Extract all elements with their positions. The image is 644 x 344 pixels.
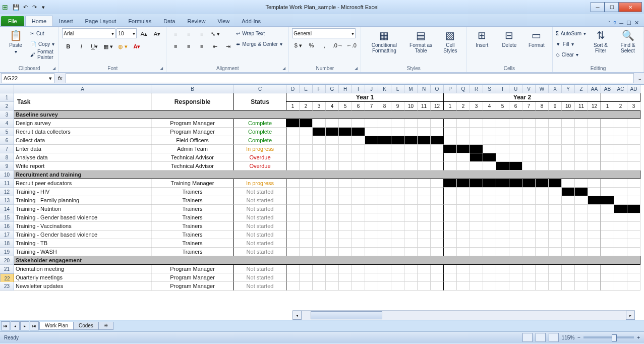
gantt-cell[interactable]	[522, 265, 536, 273]
bold-button[interactable]: B	[62, 41, 74, 52]
zoom-level[interactable]: 115%	[562, 335, 575, 340]
gantt-cell[interactable]	[549, 213, 562, 222]
responsible-cell[interactable]: Training Manager	[151, 179, 234, 188]
gantt-cell[interactable]	[627, 231, 640, 239]
gantt-cell[interactable]	[352, 136, 365, 145]
gantt-cell[interactable]	[313, 222, 326, 231]
gantt-cell[interactable]	[444, 213, 457, 222]
gantt-cell[interactable]	[418, 205, 431, 213]
gantt-cell[interactable]	[536, 128, 549, 136]
column-header[interactable]: F	[313, 85, 326, 93]
gantt-cell[interactable]	[352, 231, 365, 239]
column-header[interactable]: J	[365, 85, 378, 93]
task-cell[interactable]: Design survey	[14, 119, 151, 128]
gantt-cell[interactable]	[549, 153, 562, 162]
gantt-cell[interactable]	[378, 162, 391, 170]
task-cell[interactable]: Training - Gender based violence	[14, 213, 151, 222]
gantt-cell[interactable]	[562, 205, 575, 213]
gantt-cell[interactable]	[627, 128, 640, 136]
gantt-cell[interactable]	[483, 248, 496, 256]
row-header[interactable]: 9	[0, 162, 14, 170]
task-cell[interactable]: Recruit peer educators	[14, 179, 151, 188]
gantt-cell[interactable]	[575, 153, 588, 162]
row-header[interactable]: 12	[0, 188, 14, 196]
gantt-cell[interactable]	[365, 145, 378, 153]
gantt-cell[interactable]	[522, 273, 536, 282]
gantt-cell[interactable]	[496, 265, 509, 273]
gantt-cell[interactable]	[588, 136, 601, 145]
gantt-cell[interactable]	[391, 248, 404, 256]
gantt-cell[interactable]	[483, 273, 496, 282]
gantt-cell[interactable]	[575, 222, 588, 231]
gantt-cell[interactable]	[562, 162, 575, 170]
align-middle-button[interactable]: ≡	[183, 28, 195, 39]
gantt-cell[interactable]	[536, 231, 549, 239]
task-cell[interactable]: Training - Vaccinations	[14, 222, 151, 231]
gantt-cell[interactable]	[614, 145, 627, 153]
responsible-cell[interactable]: Trainers	[151, 213, 234, 222]
gantt-cell[interactable]	[588, 222, 601, 231]
gantt-cell[interactable]	[339, 282, 352, 291]
gantt-cell[interactable]	[575, 179, 588, 188]
gantt-cell[interactable]	[509, 213, 522, 222]
gantt-cell[interactable]	[391, 239, 404, 248]
gantt-cell[interactable]	[378, 273, 391, 282]
gantt-cell[interactable]	[378, 265, 391, 273]
gantt-cell[interactable]	[339, 239, 352, 248]
gantt-cell[interactable]	[431, 205, 444, 213]
gantt-cell[interactable]	[575, 213, 588, 222]
column-header[interactable]: AD	[627, 85, 640, 93]
row-header[interactable]: 18	[0, 239, 14, 248]
scroll-right-arrow[interactable]: ▸	[626, 311, 635, 320]
row-header[interactable]: 14	[0, 205, 14, 213]
gantt-cell[interactable]	[365, 162, 378, 170]
gantt-cell[interactable]	[588, 248, 601, 256]
gantt-cell[interactable]	[614, 273, 627, 282]
gantt-cell[interactable]	[431, 145, 444, 153]
gantt-cell[interactable]	[549, 273, 562, 282]
gantt-cell[interactable]	[457, 231, 470, 239]
gantt-cell[interactable]	[404, 136, 418, 145]
gantt-cell[interactable]	[549, 162, 562, 170]
gantt-cell[interactable]	[300, 188, 313, 196]
increase-decimal-button[interactable]: .0→	[331, 40, 344, 51]
comma-button[interactable]: ,	[318, 40, 330, 51]
gantt-cell[interactable]	[601, 265, 614, 273]
gantt-cell[interactable]	[470, 179, 483, 188]
cell-styles-button[interactable]: ▧Cell Styles	[438, 28, 463, 54]
gantt-cell[interactable]	[470, 205, 483, 213]
gantt-cell[interactable]	[627, 248, 640, 256]
task-cell[interactable]: Analyse data	[14, 153, 151, 162]
gantt-cell[interactable]	[365, 128, 378, 136]
tab-file[interactable]: File	[1, 16, 24, 26]
gantt-cell[interactable]	[522, 119, 536, 128]
gantt-cell[interactable]	[536, 153, 549, 162]
row-header[interactable]: 3	[0, 110, 14, 119]
gantt-cell[interactable]	[627, 136, 640, 145]
name-box[interactable]: AG22▾	[1, 73, 54, 83]
gantt-cell[interactable]	[522, 282, 536, 291]
gantt-cell[interactable]	[365, 248, 378, 256]
gantt-cell[interactable]	[339, 205, 352, 213]
gantt-cell[interactable]	[509, 136, 522, 145]
gantt-cell[interactable]	[470, 231, 483, 239]
gantt-cell[interactable]	[444, 248, 457, 256]
gantt-cell[interactable]	[326, 282, 339, 291]
gantt-cell[interactable]	[470, 282, 483, 291]
gantt-cell[interactable]	[326, 248, 339, 256]
gantt-cell[interactable]	[352, 196, 365, 205]
gantt-cell[interactable]	[614, 231, 627, 239]
gantt-cell[interactable]	[601, 136, 614, 145]
gantt-cell[interactable]	[601, 179, 614, 188]
format-cells-button[interactable]: ▭Format	[524, 28, 549, 49]
gantt-cell[interactable]	[352, 248, 365, 256]
gantt-cell[interactable]	[483, 196, 496, 205]
zoom-out-button[interactable]: −	[577, 335, 580, 340]
gantt-cell[interactable]	[562, 179, 575, 188]
gantt-cell[interactable]	[326, 196, 339, 205]
gantt-cell[interactable]	[444, 145, 457, 153]
gantt-cell[interactable]	[483, 213, 496, 222]
column-header[interactable]: N	[418, 85, 431, 93]
gantt-cell[interactable]	[614, 128, 627, 136]
gantt-cell[interactable]	[339, 248, 352, 256]
